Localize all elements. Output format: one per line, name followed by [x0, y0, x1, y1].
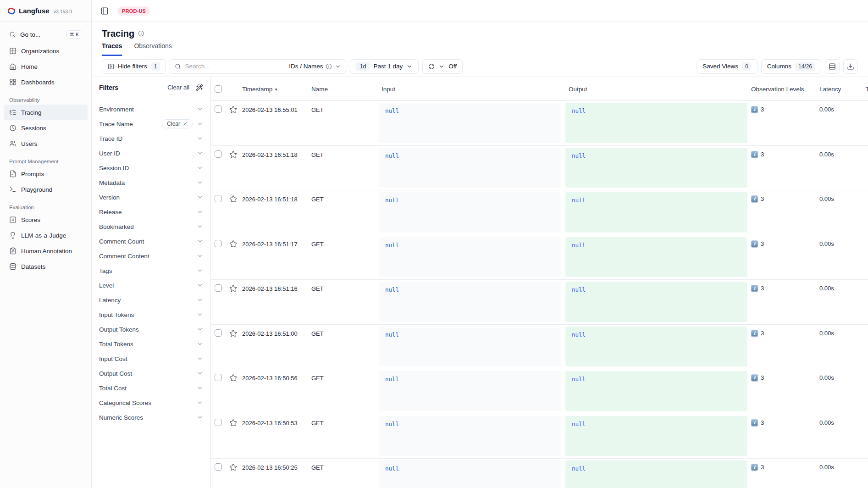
table-row[interactable]: 2026-02-13 16:50:56 GET null null i 3 0.… [211, 369, 868, 414]
select-all-checkbox[interactable] [215, 85, 222, 93]
tab-observations[interactable]: Observations [134, 42, 171, 56]
column-header-latency[interactable]: Latency [819, 85, 841, 92]
table-row[interactable]: 2026-02-13 16:51:18 GET null null i 3 0.… [211, 146, 868, 191]
search-input[interactable] [185, 63, 285, 70]
row-checkbox[interactable] [215, 329, 222, 337]
filter-comment-content[interactable]: Comment Content [92, 249, 210, 263]
filter-trace-id[interactable]: Trace ID [92, 131, 210, 146]
sidebar-item-playground[interactable]: Playground [4, 182, 88, 197]
table-row[interactable]: 2026-02-13 16:50:53 GET null null i 3 0.… [211, 414, 868, 459]
filter-input-tokens[interactable]: Input Tokens [92, 307, 210, 322]
row-checkbox[interactable] [215, 240, 222, 247]
input-cell[interactable]: null [379, 416, 561, 456]
filter-output-cost[interactable]: Output Cost [92, 366, 210, 381]
hide-filters-button[interactable]: Hide filters 1 [102, 59, 166, 74]
filter-environment[interactable]: Environment [92, 102, 210, 116]
row-checkbox[interactable] [215, 150, 222, 158]
filter-categorical-scores[interactable]: Categorical Scores [92, 395, 210, 410]
input-cell[interactable]: null [379, 371, 561, 411]
output-cell[interactable]: null [565, 416, 747, 456]
input-cell[interactable]: null [379, 237, 561, 277]
filter-total-tokens[interactable]: Total Tokens [92, 337, 210, 351]
row-checkbox[interactable] [215, 284, 222, 292]
sidebar-item-scores[interactable]: Scores [4, 212, 88, 227]
input-cell[interactable]: null [379, 192, 561, 233]
bookmark-star-icon[interactable] [229, 240, 237, 248]
filter-output-tokens[interactable]: Output Tokens [92, 322, 210, 337]
sidebar-item-llm-as-a-judge[interactable]: LLM-as-a-Judge [4, 227, 88, 243]
filter-trace-name[interactable]: Trace Name Clear [92, 116, 210, 131]
sidebar-item-home[interactable]: Home [4, 59, 88, 74]
environment-badge[interactable]: PROD-US [117, 6, 150, 16]
output-cell[interactable]: null [565, 192, 747, 233]
columns-button[interactable]: Columns 14/26 [761, 59, 821, 74]
row-checkbox[interactable] [215, 195, 222, 202]
output-cell[interactable]: null [565, 237, 747, 277]
search-bar[interactable]: IDs / Names [170, 59, 346, 74]
clear-all-filters-button[interactable]: Clear all [167, 84, 189, 91]
input-cell[interactable]: null [379, 282, 561, 322]
sidebar-item-datasets[interactable]: Datasets [4, 259, 88, 274]
filter-bookmarked[interactable]: Bookmarked [92, 219, 210, 234]
bookmark-star-icon[interactable] [229, 463, 237, 471]
input-cell[interactable]: null [379, 103, 561, 143]
search-scope-dropdown[interactable]: IDs / Names [289, 63, 341, 70]
table-row[interactable]: 2026-02-13 16:51:17 GET null null i 3 0.… [211, 235, 868, 280]
filter-comment-count[interactable]: Comment Count [92, 234, 210, 249]
input-cell[interactable]: null [379, 148, 561, 188]
wand-icon[interactable] [196, 84, 203, 91]
tab-traces[interactable]: Traces [102, 42, 122, 56]
table-row[interactable]: 2026-02-13 16:55:01 GET null null i 3 0.… [211, 101, 868, 146]
bookmark-star-icon[interactable] [229, 284, 237, 292]
sidebar-item-tracing[interactable]: Tracing [4, 105, 88, 120]
bookmark-star-icon[interactable] [229, 150, 237, 158]
saved-views-button[interactable]: Saved Views 0 [697, 59, 757, 74]
output-cell[interactable]: null [565, 371, 747, 411]
filter-numeric-scores[interactable]: Numeric Scores [92, 410, 210, 425]
output-cell[interactable]: null [565, 327, 747, 367]
output-cell[interactable]: null [565, 460, 747, 488]
output-cell[interactable]: null [565, 148, 747, 188]
bookmark-star-icon[interactable] [229, 105, 237, 113]
table-row[interactable]: 2026-02-13 16:51:16 GET null null i 3 0.… [211, 280, 868, 325]
filter-user-id[interactable]: User ID [92, 146, 210, 161]
bookmark-star-icon[interactable] [229, 374, 237, 382]
filter-latency[interactable]: Latency [92, 293, 210, 307]
filter-metadata[interactable]: Metadata [92, 175, 210, 190]
sidebar-item-organizations[interactable]: Organizations [4, 43, 88, 59]
table-row[interactable]: 2026-02-13 16:51:00 GET null null i 3 0.… [211, 325, 868, 370]
goto-search[interactable]: Go to... ⌘ K [4, 27, 88, 42]
filter-session-id[interactable]: Session ID [92, 161, 210, 175]
filter-input-cost[interactable]: Input Cost [92, 351, 210, 366]
output-cell[interactable]: null [565, 103, 747, 143]
output-cell[interactable]: null [565, 282, 747, 322]
filter-version[interactable]: Version [92, 190, 210, 205]
table-row[interactable]: 2026-02-13 16:50:25 GET null null i 3 0.… [211, 459, 868, 488]
row-checkbox[interactable] [215, 105, 222, 113]
filter-release[interactable]: Release [92, 205, 210, 219]
filter-level[interactable]: Level [92, 278, 210, 293]
filter-total-cost[interactable]: Total Cost [92, 381, 210, 395]
auto-refresh-button[interactable]: Off [422, 59, 463, 74]
export-button[interactable] [843, 59, 858, 74]
filter-tags[interactable]: Tags [92, 263, 210, 278]
sidebar-item-sessions[interactable]: Sessions [4, 120, 88, 136]
input-cell[interactable]: null [379, 460, 561, 488]
filter-clear-pill[interactable]: Clear [162, 119, 193, 128]
sidebar-item-dashboards[interactable]: Dashboards [4, 74, 88, 90]
bookmark-star-icon[interactable] [229, 329, 237, 337]
row-height-button[interactable] [825, 59, 840, 74]
column-header-timestamp[interactable]: Timestamp▼ [242, 85, 278, 92]
sidebar-item-users[interactable]: Users [4, 136, 88, 151]
bookmark-star-icon[interactable] [229, 195, 237, 203]
bookmark-star-icon[interactable] [229, 419, 237, 427]
row-checkbox[interactable] [215, 419, 222, 426]
sidebar-toggle-button[interactable] [98, 5, 111, 17]
sidebar-item-prompts[interactable]: Prompts [4, 166, 88, 182]
table-row[interactable]: 2026-02-13 16:51:18 GET null null i 3 0.… [211, 190, 868, 235]
sidebar-item-human-annotation[interactable]: Human Annotation [4, 243, 88, 259]
input-cell[interactable]: null [379, 327, 561, 367]
row-checkbox[interactable] [215, 463, 222, 471]
timerange-button[interactable]: 1d Past 1 day [350, 59, 419, 74]
row-checkbox[interactable] [215, 374, 222, 381]
